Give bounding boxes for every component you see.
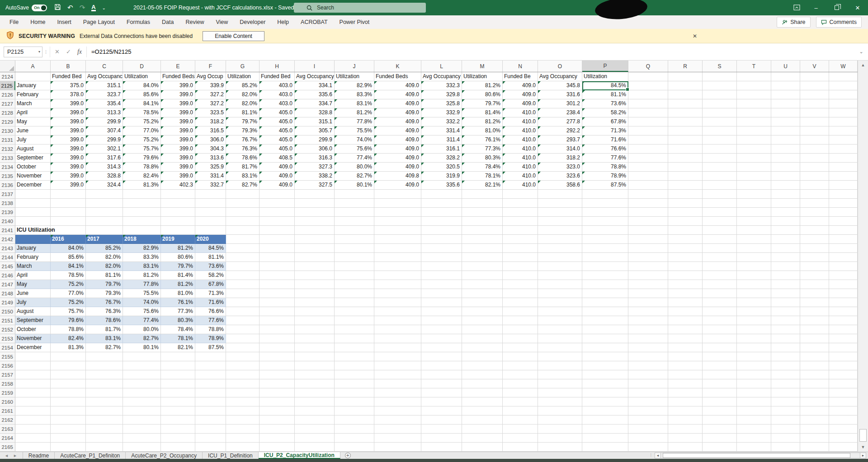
cell-N2146[interactable] [503, 271, 538, 280]
cell-P2147[interactable] [582, 280, 628, 289]
cell-G2128[interactable]: 81.1% [226, 108, 259, 117]
cell-I2139[interactable] [295, 208, 335, 217]
column-header-R[interactable]: R [668, 61, 703, 72]
cell-G2140[interactable] [226, 217, 259, 226]
cell-K2126[interactable]: 409.0 [374, 90, 421, 99]
cell-Q2137[interactable] [628, 190, 668, 199]
cell-R2161[interactable] [668, 406, 703, 415]
cell-J2139[interactable] [335, 208, 374, 217]
cell-D2161[interactable] [123, 406, 161, 415]
cell-A2157[interactable] [15, 370, 51, 379]
cell-U2163[interactable] [771, 425, 800, 434]
cell-W2151[interactable] [829, 316, 858, 325]
cell-I2148[interactable] [295, 289, 335, 298]
cell-R2145[interactable] [668, 262, 703, 271]
cell-B2152[interactable]: 78.8% [51, 325, 86, 334]
cell-V2134[interactable] [800, 163, 829, 172]
cell-M2141[interactable] [462, 226, 503, 235]
cell-V2132[interactable] [800, 145, 829, 154]
cell-P2158[interactable] [582, 379, 628, 388]
cell-Q2146[interactable] [628, 271, 668, 280]
cell-F2144[interactable]: 81.1% [195, 253, 226, 262]
cell-G2143[interactable] [226, 244, 259, 253]
cell-F2145[interactable]: 73.6% [195, 262, 226, 271]
row-header-2133[interactable]: 2133 [0, 154, 15, 163]
cell-J2134[interactable]: 80.0% [335, 163, 374, 172]
cell-O2161[interactable] [538, 406, 582, 415]
cell-M2137[interactable] [462, 190, 503, 199]
cell-J2126[interactable]: 83.3% [335, 90, 374, 99]
cell-Q2153[interactable] [628, 334, 668, 343]
cell-U2132[interactable] [771, 145, 800, 154]
cell-I2157[interactable] [295, 370, 335, 379]
cell-C2128[interactable]: 313.3 [86, 108, 123, 117]
cell-M2133[interactable]: 80.3% [462, 154, 503, 163]
cell-F2142[interactable]: 2020 [195, 235, 226, 244]
cell-J2150[interactable] [335, 307, 374, 316]
cell-G2134[interactable]: 81.7% [226, 163, 259, 172]
cell-B2129[interactable]: 399.0 [51, 117, 86, 126]
cell-V2157[interactable] [800, 370, 829, 379]
cell-B2139[interactable] [51, 208, 86, 217]
cell-N2157[interactable] [503, 370, 538, 379]
cell-S2141[interactable] [703, 226, 737, 235]
cell-E2130[interactable]: 399.0 [161, 126, 195, 135]
cell-D2134[interactable]: 78.8% [123, 163, 161, 172]
cell-M2134[interactable]: 78.4% [462, 163, 503, 172]
cell-S2133[interactable] [703, 154, 737, 163]
cell-P2161[interactable] [582, 406, 628, 415]
cell-P2149[interactable] [582, 298, 628, 307]
cell-M2162[interactable] [462, 415, 503, 425]
cell-M2156[interactable] [462, 361, 503, 370]
cell-Q2136[interactable] [628, 181, 668, 190]
cell-B2140[interactable] [51, 217, 86, 226]
cell-J2136[interactable]: 80.1% [335, 181, 374, 190]
cell-S2125[interactable] [703, 81, 737, 90]
cell-N2136[interactable]: 410.0 [503, 181, 538, 190]
cell-N2152[interactable] [503, 325, 538, 334]
ribbon-tab-review[interactable]: Review [179, 15, 210, 29]
cell-W2162[interactable] [829, 415, 858, 425]
cell-W2145[interactable] [829, 262, 858, 271]
cell-O2136[interactable]: 358.6 [538, 181, 582, 190]
cell-O2155[interactable] [538, 352, 582, 361]
cell-K2161[interactable] [374, 406, 421, 415]
cell-P2131[interactable]: 71.6% [582, 135, 628, 145]
horizontal-scrollbar[interactable]: ⁞ ◄ ► [650, 452, 866, 458]
cell-I2140[interactable] [295, 217, 335, 226]
message-bar-close-icon[interactable]: ✕ [688, 29, 702, 43]
cell-M2127[interactable]: 79.7% [462, 99, 503, 108]
cell-U2155[interactable] [771, 352, 800, 361]
cell-R2136[interactable] [668, 181, 703, 190]
cell-P2159[interactable] [582, 388, 628, 397]
cell-V2159[interactable] [800, 388, 829, 397]
cell-B2148[interactable]: 77.0% [51, 289, 86, 298]
row-header-2152[interactable]: 2152 [0, 325, 15, 334]
cell-N2131[interactable]: 410.0 [503, 135, 538, 145]
ribbon-tab-data[interactable]: Data [156, 15, 179, 29]
column-header-D[interactable]: D [123, 61, 161, 72]
cell-C2139[interactable] [86, 208, 123, 217]
cell-A2138[interactable] [15, 199, 51, 208]
cell-K2160[interactable] [374, 397, 421, 406]
cell-D2136[interactable]: 81.3% [123, 181, 161, 190]
cell-O2159[interactable] [538, 388, 582, 397]
cell-W2152[interactable] [829, 325, 858, 334]
ribbon-tab-developer[interactable]: Developer [234, 15, 271, 29]
sheet-tab-icu_p1_definition[interactable]: ICU_P1_Definition [203, 452, 259, 459]
cell-D2139[interactable] [123, 208, 161, 217]
cell-H2164[interactable] [259, 434, 295, 443]
cell-T2146[interactable] [737, 271, 771, 280]
cell-D2132[interactable]: 75.7% [123, 145, 161, 154]
column-header-Q[interactable]: Q [628, 61, 668, 72]
cell-P2164[interactable] [582, 434, 628, 443]
cell-K2155[interactable] [374, 352, 421, 361]
cell-K2141[interactable] [374, 226, 421, 235]
cell-J2138[interactable] [335, 199, 374, 208]
minimize-button[interactable]: – [806, 0, 826, 15]
row-header-2137[interactable]: 2137 [0, 190, 15, 199]
cell-D2127[interactable]: 84.1% [123, 99, 161, 108]
cell-R2144[interactable] [668, 253, 703, 262]
cell-P2145[interactable] [582, 262, 628, 271]
row-header-2125[interactable]: 2125 [0, 81, 15, 90]
